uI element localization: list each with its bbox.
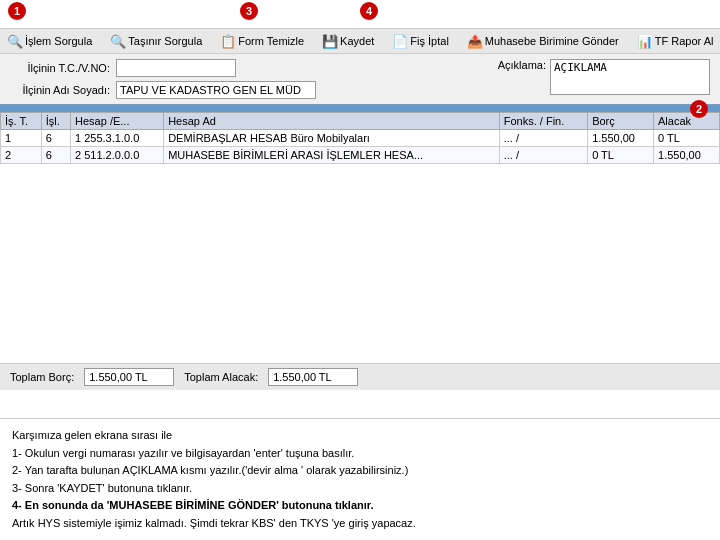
cell-hesap-ad-2: MUHASEBE BİRİMLERİ ARASI İŞLEMLER HESA..… xyxy=(164,147,500,164)
fis-iptal-icon: 📄 xyxy=(392,34,408,49)
cell-alacak-2: 1.550,00 xyxy=(654,147,720,164)
data-table: İş. T. İşl. Hesap /E... Hesap Ad Fonks. … xyxy=(0,112,720,164)
toolbar-label-tasinir-sorgula: Taşınır Sorgula xyxy=(128,35,202,47)
toolbar-item-islem-sorgula[interactable]: 🔍 İşlem Sorgula xyxy=(4,33,95,50)
badge-3: 3 xyxy=(240,2,258,20)
table-row: 2 6 2 511.2.0.0.0 MUHASEBE BİRİMLERİ ARA… xyxy=(1,147,720,164)
toolbar-label-form-temizle: Form Temizle xyxy=(238,35,304,47)
tasinir-sorgula-icon: 🔍 xyxy=(110,34,126,49)
toolbar-item-tasinir-sorgula[interactable]: 🔍 Taşınır Sorgula xyxy=(107,33,205,50)
aciklama-section: Açıklama: AÇIKLAMA xyxy=(498,59,710,95)
toolbar-label-kaydet: Kaydet xyxy=(340,35,374,47)
toolbar-item-kaydet[interactable]: 💾 Kaydet xyxy=(319,33,377,50)
aciklama-input[interactable]: AÇIKLAMA xyxy=(550,59,710,95)
form-temizle-icon: 📋 xyxy=(220,34,236,49)
instructions-section: Karşımıza gelen ekrana sırası ile 1- Oku… xyxy=(0,418,720,540)
cell-ist-2: 2 xyxy=(1,147,42,164)
instructions-step-5: Artık HYS sistemiyle işimiz kalmadı. Şim… xyxy=(12,515,708,532)
toolbar-label-islem-sorgula: İşlem Sorgula xyxy=(25,35,92,47)
instructions-step-4: 4- En sonunda da 'MUHASEBE BİRİMİNE GÖND… xyxy=(12,497,708,514)
table-header-row: İş. T. İşl. Hesap /E... Hesap Ad Fonks. … xyxy=(1,113,720,130)
form-area: İlçinin T.C./V.NO: İlçinin Adı Soyadı: A… xyxy=(0,54,720,106)
cell-borc-1: 1.550,00 xyxy=(588,130,654,147)
toolbar-item-muhasebe-gonder[interactable]: 📤 Muhasebe Birimine Gönder xyxy=(464,33,622,50)
badges-row: 1 3 4 xyxy=(0,0,720,28)
toolbar-item-form-temizle[interactable]: 📋 Form Temizle xyxy=(217,33,307,50)
toolbar-label-fis-iptal: Fiş İptal xyxy=(410,35,449,47)
toolbar-label-muhasebe-gonder: Muhasebe Birimine Gönder xyxy=(485,35,619,47)
col-header-ist: İş. T. xyxy=(1,113,42,130)
cell-hesap-e-1: 1 255.3.1.0.0 xyxy=(71,130,164,147)
muhasebe-gonder-icon: 📤 xyxy=(467,34,483,49)
cell-fonks-2: ... / xyxy=(499,147,587,164)
totals-bar: Toplam Borç: Toplam Alacak: xyxy=(0,363,720,390)
badge-1: 1 xyxy=(8,2,26,20)
col-header-hesap-ad: Hesap Ad xyxy=(164,113,500,130)
cell-hesap-e-2: 2 511.2.0.0.0 xyxy=(71,147,164,164)
aci-soyadi-input[interactable] xyxy=(116,81,316,99)
toplam-borc-label: Toplam Borç: xyxy=(10,371,74,383)
col-header-isl: İşl. xyxy=(41,113,70,130)
tf-rapor-icon: 📊 xyxy=(637,34,653,49)
toolbar-item-tf-rapor[interactable]: 📊 TF Rapor Al xyxy=(634,33,717,50)
toplam-alacak-label: Toplam Alacak: xyxy=(184,371,258,383)
tc-input[interactable] xyxy=(116,59,236,77)
col-header-alacak: Alacak xyxy=(654,113,720,130)
cell-ist-1: 1 xyxy=(1,130,42,147)
islem-sorgula-icon: 🔍 xyxy=(7,34,23,49)
cell-alacak-1: 0 TL xyxy=(654,130,720,147)
badge-4: 4 xyxy=(360,2,378,20)
col-header-fonks: Fonks. / Fin. xyxy=(499,113,587,130)
aciklama-label: Açıklama: xyxy=(498,59,546,71)
toolbar: 🔍 İşlem Sorgula 🔍 Taşınır Sorgula 📋 Form… xyxy=(0,28,720,54)
col-header-borc: Borç xyxy=(588,113,654,130)
badge-2: 2 xyxy=(690,100,708,118)
data-table-container: İş. T. İşl. Hesap /E... Hesap Ad Fonks. … xyxy=(0,112,720,164)
toolbar-label-tf-rapor: TF Rapor Al xyxy=(655,35,714,47)
tc-label: İlçinin T.C./V.NO: xyxy=(10,62,110,74)
aci-soyadi-label: İlçinin Adı Soyadı: xyxy=(10,84,110,96)
page-wrapper: 1 3 4 🔍 İşlem Sorgula 🔍 Taşınır Sorgula … xyxy=(0,0,720,540)
cell-isl-1: 6 xyxy=(41,130,70,147)
instructions-step-3: 3- Sonra 'KAYDET' butonuna tıklanır. xyxy=(12,480,708,497)
instructions-step-2: 2- Yan tarafta bulunan AÇIKLAMA kısmı ya… xyxy=(12,462,708,479)
kaydet-icon: 💾 xyxy=(322,34,338,49)
instructions-step-4-text: 4- En sonunda da 'MUHASEBE BİRİMİNE GÖND… xyxy=(12,499,374,511)
cell-borc-2: 0 TL xyxy=(588,147,654,164)
cell-isl-2: 6 xyxy=(41,147,70,164)
instructions-step-1: 1- Okulun vergi numarası yazılır ve bilg… xyxy=(12,445,708,462)
table-row: 1 6 1 255.3.1.0.0 DEMİRBAŞLAR HESAB Büro… xyxy=(1,130,720,147)
toplam-alacak-input[interactable] xyxy=(268,368,358,386)
cell-hesap-ad-1: DEMİRBAŞLAR HESAB Büro Mobilyaları xyxy=(164,130,500,147)
toolbar-item-fis-iptal[interactable]: 📄 Fiş İptal xyxy=(389,33,452,50)
instructions-title: Karşımıza gelen ekrana sırası ile xyxy=(12,427,708,444)
col-header-hesap-e: Hesap /E... xyxy=(71,113,164,130)
cell-fonks-1: ... / xyxy=(499,130,587,147)
toplam-borc-input[interactable] xyxy=(84,368,174,386)
